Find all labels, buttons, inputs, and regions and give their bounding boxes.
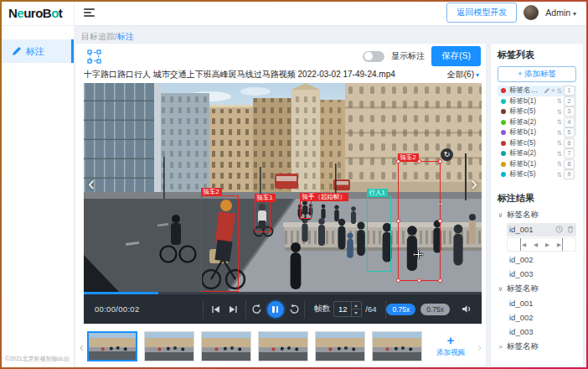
filter-dropdown[interactable]: 全部(6) ▾ bbox=[447, 69, 486, 81]
rewind-icon[interactable] bbox=[251, 304, 262, 314]
result-group-name: 标签名称 bbox=[507, 210, 539, 221]
video-thumbnail[interactable] bbox=[201, 331, 251, 361]
resize-handle[interactable] bbox=[396, 159, 400, 164]
frame-number-field[interactable] bbox=[334, 302, 351, 316]
pager-next-icon[interactable]: ▶ bbox=[545, 238, 549, 251]
video-thumbnail[interactable] bbox=[144, 331, 194, 361]
label-item[interactable]: 标签a(2) ⇅7 bbox=[498, 148, 576, 159]
thumbnail-image bbox=[373, 332, 421, 361]
resize-handle[interactable] bbox=[396, 278, 400, 283]
next-frame-icon[interactable] bbox=[229, 305, 238, 314]
prev-frame-icon[interactable] bbox=[211, 305, 220, 314]
add-video-button[interactable]: + 添加视频 bbox=[427, 330, 473, 362]
playback-rate-secondary[interactable]: 0.75x bbox=[420, 304, 450, 315]
result-item[interactable]: id_002 bbox=[507, 253, 576, 267]
result-group[interactable]: > 标签名称 bbox=[498, 340, 576, 354]
sort-icon[interactable]: ⇅ bbox=[557, 160, 562, 168]
step-down-icon[interactable] bbox=[352, 309, 360, 316]
annotation-box-label: 骑手（起始帧） bbox=[300, 193, 349, 201]
rotate-badge-icon[interactable]: ↻ bbox=[441, 148, 453, 161]
resize-handle[interactable] bbox=[417, 159, 421, 164]
video-title-row: 十字路口路口行人 城市交通上下班高峰斑马线过马路视频 2022-03-02 17… bbox=[75, 68, 486, 81]
breadcrumb-parent[interactable]: 目标追踪 bbox=[81, 32, 115, 41]
result-item[interactable]: id_001 bbox=[507, 297, 576, 310]
annotation-box[interactable]: 骑车2 bbox=[201, 195, 239, 292]
sidebar-item-annotate[interactable]: 标注 bbox=[0, 39, 74, 63]
pause-button[interactable] bbox=[267, 301, 284, 318]
annotation-box-label: 骑车2 bbox=[398, 153, 419, 162]
label-item[interactable]: 标签c(5) ⇅3 bbox=[498, 107, 576, 117]
label-item[interactable]: 标签b(1) ⇅2 bbox=[498, 96, 576, 107]
scrollbar[interactable] bbox=[574, 86, 576, 136]
prev-video-chevron-icon[interactable]: ‹ bbox=[88, 174, 95, 194]
resize-handle[interactable] bbox=[438, 219, 442, 223]
annotation-box[interactable]: 骑车1 bbox=[255, 201, 271, 232]
annotation-box-selected[interactable]: 骑车2 bbox=[398, 161, 441, 281]
frame-number-input[interactable] bbox=[333, 301, 362, 317]
result-item[interactable]: id_003 bbox=[507, 268, 576, 281]
clock-icon[interactable] bbox=[555, 226, 563, 233]
pager-first-icon[interactable]: ◀ bbox=[520, 238, 526, 251]
thumb-scroll-left-icon[interactable]: ‹ bbox=[75, 340, 87, 354]
sort-icon[interactable]: ⇅ bbox=[557, 150, 562, 158]
forward-icon[interactable] bbox=[289, 304, 300, 314]
annotation-box[interactable]: 行人1 bbox=[367, 196, 391, 272]
label-item[interactable]: 标签b(1) ⇅5 bbox=[498, 127, 576, 138]
thumb-scroll-right-icon[interactable]: › bbox=[474, 340, 486, 354]
label-item[interactable]: 标签c(5) ⇅9 bbox=[498, 169, 576, 180]
resize-handle[interactable] bbox=[396, 219, 400, 223]
result-item-selected[interactable]: id_001 bbox=[507, 223, 576, 236]
resize-handle[interactable] bbox=[438, 159, 442, 164]
caret-expanded-icon: ∨ bbox=[498, 211, 503, 219]
playback-rate-active[interactable]: 0.75x bbox=[386, 304, 415, 315]
sort-icon[interactable]: ⇅ bbox=[557, 118, 562, 126]
filter-value: 全部(6) bbox=[447, 69, 474, 81]
video-thumbnail[interactable] bbox=[87, 331, 137, 361]
result-item[interactable]: id_002 bbox=[507, 311, 576, 325]
sort-icon[interactable]: ⇅ bbox=[557, 171, 562, 179]
menu-fold-icon[interactable] bbox=[84, 8, 95, 17]
avatar[interactable] bbox=[524, 5, 539, 20]
label-item[interactable]: 标签c(5) ⇅6 bbox=[498, 138, 576, 149]
result-group[interactable]: ∨ 标签名称 bbox=[498, 208, 576, 222]
video-canvas[interactable]: 骑车2骑车1骑手（起始帧）行人1骑车2 ‹ › ↻ ↔ bbox=[84, 83, 482, 292]
thumbnail-image bbox=[202, 332, 250, 361]
step-up-icon[interactable] bbox=[352, 302, 360, 309]
frame-stepper[interactable] bbox=[351, 302, 360, 316]
show-annotation-toggle[interactable] bbox=[363, 51, 384, 62]
delete-label-icon[interactable]: × bbox=[551, 87, 555, 94]
back-to-model-dev-button[interactable]: 返回模型开发 bbox=[446, 3, 517, 23]
label-hotkey: 6 bbox=[564, 138, 575, 148]
user-menu[interactable]: Admin ▾ bbox=[545, 8, 576, 18]
next-video-chevron-icon[interactable]: › bbox=[471, 174, 477, 194]
result-item-id: id_002 bbox=[509, 255, 534, 264]
resize-handle[interactable] bbox=[417, 278, 421, 283]
thumbnail-image bbox=[89, 333, 136, 360]
label-item[interactable]: 标签b(1) ⇅8 bbox=[498, 159, 576, 170]
save-button[interactable]: 保存(S) bbox=[431, 46, 481, 66]
sort-icon[interactable]: ⇅ bbox=[557, 139, 562, 147]
pager-prev-icon[interactable]: ◀ bbox=[534, 238, 538, 251]
sort-icon[interactable]: ⇅ bbox=[557, 108, 562, 116]
volume-icon[interactable] bbox=[462, 304, 472, 314]
video-thumbnail[interactable] bbox=[258, 331, 308, 361]
caret-expanded-icon: ∨ bbox=[498, 285, 503, 293]
sort-icon[interactable]: ⇅ bbox=[557, 97, 562, 105]
result-group[interactable]: ∨ 标签名称 bbox=[498, 282, 576, 296]
annotation-box[interactable]: 骑手（起始帧） bbox=[300, 200, 312, 219]
result-item[interactable]: id_003 bbox=[507, 325, 576, 339]
resize-handle[interactable] bbox=[438, 278, 442, 283]
sort-icon[interactable]: ⇅ bbox=[557, 87, 562, 95]
video-thumbnail[interactable] bbox=[315, 331, 365, 361]
bounding-box-tool-icon[interactable] bbox=[87, 49, 101, 64]
edit-icon[interactable] bbox=[544, 88, 549, 94]
add-label-button[interactable]: + 添加标签 bbox=[498, 66, 576, 82]
video-thumbnail[interactable] bbox=[372, 331, 422, 361]
label-item[interactable]: 标签名字最长数... × ⇅ 1 bbox=[498, 86, 576, 96]
sort-icon[interactable]: ⇅ bbox=[557, 129, 562, 137]
thumbnail-strip bbox=[87, 331, 422, 361]
label-item[interactable]: 标签a(2) ⇅4 bbox=[498, 117, 576, 128]
pager-last-icon[interactable]: ▶ bbox=[557, 238, 563, 251]
app-logo: NeuroBot bbox=[0, 0, 74, 26]
trash-icon[interactable] bbox=[567, 226, 574, 233]
